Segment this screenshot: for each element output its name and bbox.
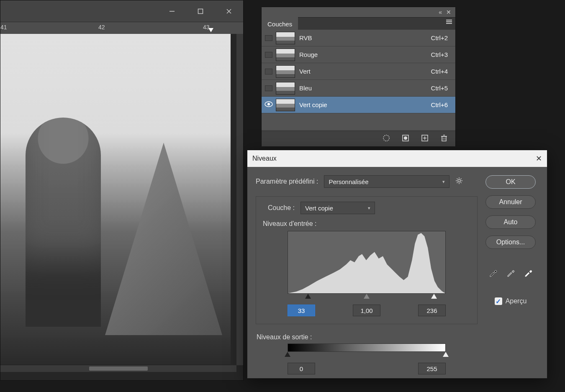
window-titlebar[interactable] xyxy=(0,0,243,22)
svg-line-25 xyxy=(457,179,458,179)
channel-name: Vert xyxy=(299,68,431,75)
output-slider-track[interactable] xyxy=(288,352,446,359)
levels-dialog: Niveaux ✕ Paramètre prédéfini : Personna… xyxy=(247,150,547,379)
window-close-button[interactable] xyxy=(215,0,243,22)
svg-line-27 xyxy=(461,179,462,179)
ruler-cursor-indicator xyxy=(208,28,213,32)
input-levels-label: Niveaux d'entrée : xyxy=(263,220,470,228)
svg-line-26 xyxy=(461,182,462,183)
visibility-toggle[interactable] xyxy=(265,85,272,91)
auto-button[interactable]: Auto xyxy=(485,215,536,229)
chevron-down-icon: ▾ xyxy=(442,179,445,184)
horizontal-scrollbar[interactable] xyxy=(0,365,236,372)
channels-panel: « ✕ Couches RVB Ctrl+2 Rouge Ctrl+3 Vert… xyxy=(261,7,456,147)
eye-icon[interactable] xyxy=(265,101,273,109)
gear-icon[interactable] xyxy=(455,177,463,186)
midtone-slider[interactable] xyxy=(364,294,370,299)
input-shadow-field[interactable]: 33 xyxy=(288,305,315,316)
output-levels-label: Niveaux de sortie : xyxy=(257,333,477,341)
window-minimize-button[interactable] xyxy=(158,0,186,22)
preview-checkbox[interactable]: ✓ xyxy=(495,297,502,305)
trash-icon[interactable] xyxy=(440,134,448,143)
output-gradient[interactable] xyxy=(288,343,446,352)
channel-row-bleu[interactable]: Bleu Ctrl+5 xyxy=(262,80,455,97)
visibility-toggle[interactable] xyxy=(265,69,272,74)
dialog-title: Niveaux xyxy=(252,155,277,162)
channel-row-rouge[interactable]: Rouge Ctrl+3 xyxy=(262,46,455,63)
channel-select[interactable]: Vert copie ▾ xyxy=(300,202,375,214)
panel-footer xyxy=(262,131,455,146)
shadow-slider[interactable] xyxy=(305,294,311,299)
gray-eyedropper-icon[interactable] xyxy=(506,268,515,279)
vertical-scrollbar[interactable] xyxy=(236,34,243,365)
ok-button[interactable]: OK xyxy=(485,175,536,189)
highlight-slider[interactable] xyxy=(431,294,437,299)
output-low-slider[interactable] xyxy=(285,352,290,357)
document-window: 41 42 43 xyxy=(0,0,244,381)
cancel-button[interactable]: Annuler xyxy=(485,195,536,209)
save-selection-icon[interactable] xyxy=(402,134,409,143)
document-image[interactable] xyxy=(0,34,231,364)
channel-name: Bleu xyxy=(299,85,431,92)
output-low-field[interactable]: 0 xyxy=(288,363,315,374)
tab-label: Couches xyxy=(267,20,292,28)
channel-name: RVB xyxy=(299,34,431,41)
channel-thumbnail[interactable] xyxy=(276,82,295,95)
output-high-slider[interactable] xyxy=(443,352,449,357)
channel-row-vert[interactable]: Vert Ctrl+4 xyxy=(262,63,455,80)
svg-point-20 xyxy=(458,179,460,182)
histogram[interactable] xyxy=(288,231,446,294)
collapse-icon[interactable]: « xyxy=(439,9,442,15)
input-levels-group: Couche : Vert copie ▾ Niveaux d'entrée : xyxy=(256,196,478,324)
channel-thumbnail[interactable] xyxy=(276,49,295,61)
channel-select-value: Vert copie xyxy=(305,205,333,212)
horizontal-ruler[interactable]: 41 42 43 xyxy=(0,22,243,34)
panel-menu-icon[interactable] xyxy=(445,19,453,26)
channel-shortcut: Ctrl+2 xyxy=(431,34,451,41)
dialog-titlebar[interactable]: Niveaux ✕ xyxy=(247,150,547,167)
input-midtone-field[interactable]: 1,00 xyxy=(353,305,380,316)
new-channel-icon[interactable] xyxy=(421,134,429,143)
chevron-down-icon: ▾ xyxy=(368,205,370,211)
channel-row-rvb[interactable]: RVB Ctrl+2 xyxy=(262,30,455,46)
window-maximize-button[interactable] xyxy=(186,0,215,22)
channel-label: Couche : xyxy=(268,204,295,212)
svg-point-8 xyxy=(267,103,270,105)
eyedropper-row xyxy=(488,268,533,279)
visibility-toggle[interactable] xyxy=(265,35,272,41)
svg-rect-1 xyxy=(198,9,203,13)
options-button[interactable]: Options... xyxy=(485,236,536,249)
preview-label: Aperçu xyxy=(506,297,527,305)
preview-row: ✓ Aperçu xyxy=(495,297,527,305)
close-icon[interactable]: ✕ xyxy=(536,154,542,163)
preset-select[interactable]: Personnalisée ▾ xyxy=(324,175,449,188)
channel-name: Rouge xyxy=(299,51,431,58)
channel-list: RVB Ctrl+2 Rouge Ctrl+3 Vert Ctrl+4 Bleu… xyxy=(262,30,455,113)
channel-shortcut: Ctrl+4 xyxy=(431,68,451,75)
preset-label: Paramètre prédéfini : xyxy=(256,178,318,185)
svg-point-11 xyxy=(404,136,407,140)
input-slider-track[interactable] xyxy=(288,294,446,301)
svg-rect-15 xyxy=(442,136,446,141)
channel-shortcut: Ctrl+5 xyxy=(431,85,451,92)
input-highlight-field[interactable]: 236 xyxy=(418,305,446,316)
panel-close-icon[interactable]: ✕ xyxy=(446,9,451,15)
visibility-toggle[interactable] xyxy=(265,52,272,58)
channel-thumbnail[interactable] xyxy=(276,65,295,78)
panel-tabs: Couches xyxy=(262,17,455,30)
panel-controls: « ✕ xyxy=(262,7,455,17)
ruler-tick: 42 xyxy=(98,24,105,31)
channel-thumbnail[interactable] xyxy=(276,99,295,111)
svg-line-28 xyxy=(457,182,458,183)
scroll-thumb[interactable] xyxy=(89,366,148,371)
channel-shortcut: Ctrl+3 xyxy=(431,51,451,58)
output-high-field[interactable]: 255 xyxy=(418,363,446,374)
canvas-area[interactable] xyxy=(0,34,236,365)
channel-row-vert-copie[interactable]: Vert copie Ctrl+6 xyxy=(262,97,455,113)
tab-channels[interactable]: Couches xyxy=(262,17,298,30)
channel-shortcut: Ctrl+6 xyxy=(431,101,451,108)
white-eyedropper-icon[interactable] xyxy=(524,268,533,279)
load-selection-icon[interactable] xyxy=(383,134,390,143)
channel-thumbnail[interactable] xyxy=(276,32,295,44)
black-eyedropper-icon[interactable] xyxy=(488,268,498,279)
